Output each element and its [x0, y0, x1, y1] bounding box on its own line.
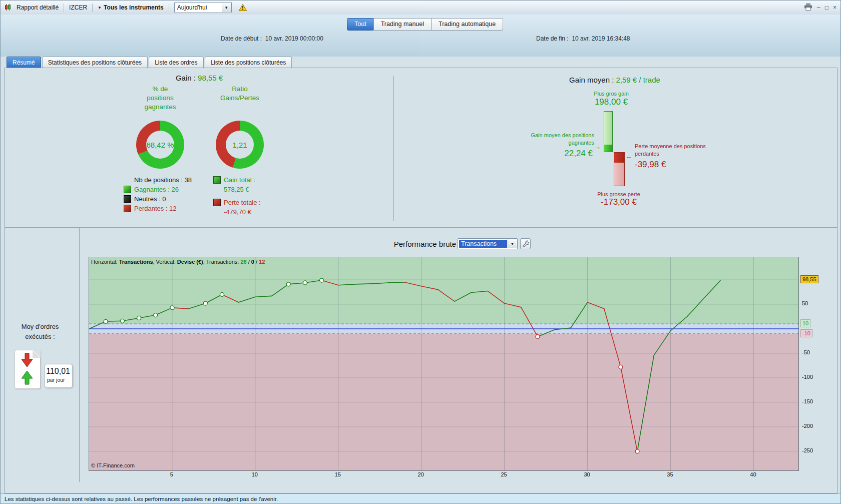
tab-liste-positions[interactable]: Liste des positions clôturées	[205, 57, 292, 68]
avg-win-label: Gain moyen des positions gagnantes	[501, 132, 594, 147]
avg-win-value: 22,24 €	[511, 149, 593, 159]
avg-loss-label: Perte moyenne des positions perdantes	[635, 143, 706, 158]
gain-total-swatch	[213, 176, 221, 184]
section-divider	[5, 227, 837, 228]
toolbar-separator	[92, 4, 93, 12]
winning-positions-pct: 68,42 %	[146, 141, 174, 149]
y-axis-label: -150	[802, 398, 813, 404]
losing-swatch	[124, 205, 131, 212]
losing-count: Perdantes : 12	[134, 205, 177, 212]
period-select-value: Aujourd'hui	[175, 4, 207, 11]
lower-band-badge: -10	[800, 329, 812, 337]
performance-chart	[89, 257, 799, 471]
wrench-icon	[522, 240, 529, 247]
y-axis-label: -50	[802, 349, 810, 355]
loss-total-swatch	[213, 199, 221, 206]
tab-liste-ordres[interactable]: Liste des ordres	[149, 57, 203, 68]
account-button[interactable]: IZCER	[65, 3, 91, 12]
report-window: Rapport détaillé IZCER ▼ Tous les instru…	[0, 0, 841, 504]
gain-loss-ratio-value: 1,21	[232, 141, 247, 149]
warning-icon	[235, 3, 251, 12]
down-arrow-icon	[21, 353, 34, 368]
positions-legend: Nb de positions : 38 Gagnantes : 26 Neut…	[124, 175, 192, 213]
upper-band-badge: 10	[800, 319, 810, 327]
x-axis-label: 20	[415, 471, 427, 477]
arrow-right-icon: →	[594, 143, 601, 151]
biggest-loss-value: -173,00 €	[569, 197, 669, 207]
tab-tout[interactable]: Tout	[347, 18, 374, 31]
chevron-down-icon: ▼	[98, 6, 102, 10]
chevron-down-icon[interactable]: ▼	[222, 3, 231, 12]
period-select[interactable]: Aujourd'hui ▼	[174, 2, 232, 13]
y-axis-label: 50	[802, 300, 808, 306]
toolbar-separator	[64, 4, 64, 12]
tab-trading-manuel[interactable]: Trading manuel	[373, 18, 432, 31]
up-arrow-icon	[21, 370, 34, 385]
date-start: Date de début : 10 avr. 2019 00:00:00	[221, 35, 323, 42]
chart-settings-button[interactable]	[520, 238, 531, 249]
avg-loss-value: -39,98 €	[635, 160, 666, 170]
printer-icon[interactable]	[804, 3, 812, 12]
tab-statistiques[interactable]: Statistiques des positions clôturées	[42, 57, 148, 68]
biggest-gain-value: 198,00 €	[561, 97, 661, 107]
chevron-down-icon[interactable]: ▼	[508, 239, 517, 248]
report-tabstrip: Résumé Statistiques des positions clôtur…	[7, 57, 292, 68]
titlebar: Rapport détaillé IZCER ▼ Tous les instru…	[1, 1, 840, 15]
gain-value: 98,55 €	[198, 74, 223, 82]
winning-positions-donut: 68,42 %	[136, 121, 184, 169]
average-gain-value: 2,59 € / trade	[616, 76, 660, 84]
gain-loss-ratio-donut: 1,21	[216, 121, 264, 169]
current-value-badge: 98,55	[800, 275, 818, 283]
chart-axis-header: Horizontal: Transactions, Vertical: Devi…	[91, 259, 265, 265]
gain-title: Gain : 98,55 €	[5, 74, 394, 82]
x-axis-label: 30	[581, 471, 593, 477]
maximize-button[interactable]: □	[825, 5, 828, 11]
disclaimer-text: Les statistiques ci-dessus sont relative…	[5, 496, 278, 502]
winning-count: Gagnantes : 26	[134, 186, 179, 193]
tab-trading-automatique[interactable]: Trading automatique	[431, 18, 503, 31]
orders-icon	[15, 350, 41, 389]
statusbar: Les statistiques ci-dessus sont relative…	[1, 493, 840, 504]
winning-swatch	[124, 186, 131, 193]
avg-win-segment	[604, 145, 612, 152]
y-axis-label: -250	[802, 447, 813, 453]
loss-total-value: -479,70 €	[224, 208, 251, 216]
x-axis-label: 35	[664, 471, 676, 477]
y-axis-label: -100	[802, 374, 813, 380]
winning-positions-title: % de positions gagnantes	[120, 85, 200, 112]
average-gain-title: Gain moyen : 2,59 € / trade	[396, 76, 833, 84]
loss-total-label: Perte totale :	[224, 199, 261, 206]
stats-vertical-divider	[393, 76, 394, 221]
tab-resume[interactable]: Résumé	[7, 57, 41, 68]
losses-count: 12	[259, 259, 265, 265]
avg-loss-segment	[614, 153, 624, 163]
orders-average-label: Moy d'ordres exécutés :	[3, 322, 77, 342]
neutral-count: Neutres : 0	[134, 195, 166, 203]
arrow-left-icon: ←	[626, 153, 632, 160]
equity-curve-plot	[89, 257, 798, 470]
x-axis-label: 10	[249, 471, 261, 477]
y-axis-label: -200	[802, 423, 813, 429]
biggest-gain-label: Plus gros gain	[561, 90, 661, 98]
copyright-label: © IT-Finance.com	[91, 462, 135, 468]
chart-mode-select[interactable]: Transactions ▼	[458, 238, 518, 249]
close-button[interactable]: ×	[833, 5, 836, 11]
loss-bar	[614, 152, 625, 186]
performance-chart-title: Performance brute	[326, 240, 456, 248]
candlestick-icon	[1, 3, 13, 12]
orders-average-unit: par jour	[45, 376, 72, 383]
orders-average-tooltip: 110,01 par jour	[45, 364, 73, 388]
date-end: Date de fin : 10 avr. 2019 16:34:48	[536, 35, 630, 42]
gain-bar	[604, 111, 613, 152]
wins-count: 26	[240, 259, 246, 265]
report-title-button[interactable]: Rapport détaillé	[13, 3, 63, 12]
x-axis-label: 40	[747, 471, 759, 477]
chart-mode-value: Transactions	[459, 240, 507, 248]
totals-legend: Gain total : 578,25 € Perte totale : -47…	[213, 175, 261, 217]
minimize-button[interactable]: –	[817, 5, 820, 11]
report-header: Tout Trading manuel Trading automatique …	[1, 15, 840, 57]
instruments-button[interactable]: ▼ Tous les instruments	[94, 3, 168, 12]
x-axis-label: 15	[332, 471, 344, 477]
chart-left-divider	[79, 228, 80, 482]
mode-tab-group: Tout Trading manuel Trading automatique	[347, 18, 503, 31]
